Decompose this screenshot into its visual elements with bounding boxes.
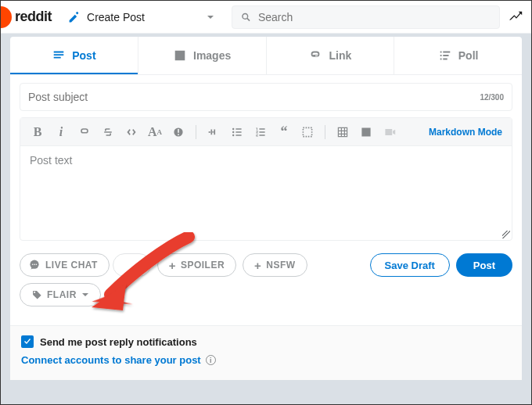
code-button[interactable] [120,121,142,143]
italic-button[interactable]: i [50,121,72,143]
notify-label: Send me post reply notifications [40,336,197,348]
strike-button[interactable] [97,121,119,143]
obscured-tag[interactable] [113,253,151,277]
brand-text: reddit [15,9,52,25]
editor: B i AA “ Markdown Mode Post t [20,117,512,241]
plus-icon: + [254,260,261,271]
pencil-icon [68,11,81,23]
chevron-down-icon [206,13,215,22]
chat-icon [28,259,41,271]
checkbox-checked-icon [21,335,34,348]
tab-link-label: Link [329,49,351,62]
svg-point-10 [36,263,38,265]
heading-button[interactable] [203,121,225,143]
svg-rect-1 [178,129,179,133]
post-type-tabs: Post Images Link Poll [10,37,522,75]
reddit-icon [1,6,12,28]
number-list-button[interactable] [250,121,271,143]
tab-images-label: Images [193,49,231,62]
svg-rect-2 [178,134,179,135]
image-button[interactable] [355,121,377,143]
search-icon [240,11,252,23]
tag-icon [31,289,42,300]
markdown-mode-link[interactable]: Markdown Mode [429,127,505,138]
resize-handle[interactable] [502,231,510,238]
subject-field-wrap: 12/300 [20,83,512,111]
bullet-list-button[interactable] [226,121,248,143]
svg-point-3 [232,127,234,129]
svg-point-9 [34,263,35,265]
tab-poll-label: Poll [458,49,479,62]
tag-row: LIVE CHAT + SPOILER + NSFW Save Draft Po… [10,241,522,280]
trending-icon[interactable] [508,9,525,26]
link-button[interactable] [74,121,95,143]
tab-link[interactable]: Link [267,37,395,74]
search-input[interactable] [258,11,491,23]
post-footer: Send me post reply notifications Connect… [10,325,522,380]
nav-dropdown-label: Create Post [87,11,145,23]
notify-checkbox-row[interactable]: Send me post reply notifications [21,335,511,348]
svg-point-8 [32,263,34,265]
flair-tag[interactable]: FLAIR [20,283,101,306]
svg-point-4 [232,131,234,132]
plus-icon: + [169,260,176,271]
brand-logo[interactable]: reddit [7,6,52,28]
codeblock-button[interactable] [297,121,318,143]
spoiler-tag[interactable]: + SPOILER [157,253,236,277]
caret-down-icon [81,291,89,299]
superscript-button[interactable]: AA [144,121,166,143]
tab-images[interactable]: Images [138,37,267,74]
svg-point-5 [232,134,234,135]
top-nav: reddit Create Post [1,1,531,34]
live-chat-tag[interactable]: LIVE CHAT [20,253,110,277]
subject-input[interactable] [28,91,480,103]
connect-accounts-link[interactable]: Connect accounts to share your post [21,354,201,366]
post-body-input[interactable]: Post text [20,146,512,240]
tab-post[interactable]: Post [10,37,138,74]
subject-charcount: 12/300 [480,93,504,102]
tab-post-label: Post [72,49,95,62]
nsfw-tag[interactable]: + NSFW [243,253,307,277]
nav-dropdown[interactable]: Create Post [59,7,224,27]
post-body-placeholder: Post text [30,154,72,167]
tab-poll[interactable]: Poll [394,37,522,74]
info-icon[interactable]: i [206,355,216,365]
video-button[interactable] [379,121,401,143]
create-post-card: Post Images Link Poll 12/300 B i [10,37,522,380]
save-draft-button[interactable]: Save Draft [370,253,450,277]
post-button[interactable]: Post [456,253,512,277]
editor-toolbar: B i AA “ Markdown Mode [20,118,512,146]
spoiler-button[interactable] [167,121,189,143]
table-button[interactable] [332,121,354,143]
search-bar[interactable] [232,5,500,29]
svg-rect-6 [303,127,311,136]
bold-button[interactable]: B [27,121,49,143]
quote-button[interactable]: “ [273,121,295,143]
